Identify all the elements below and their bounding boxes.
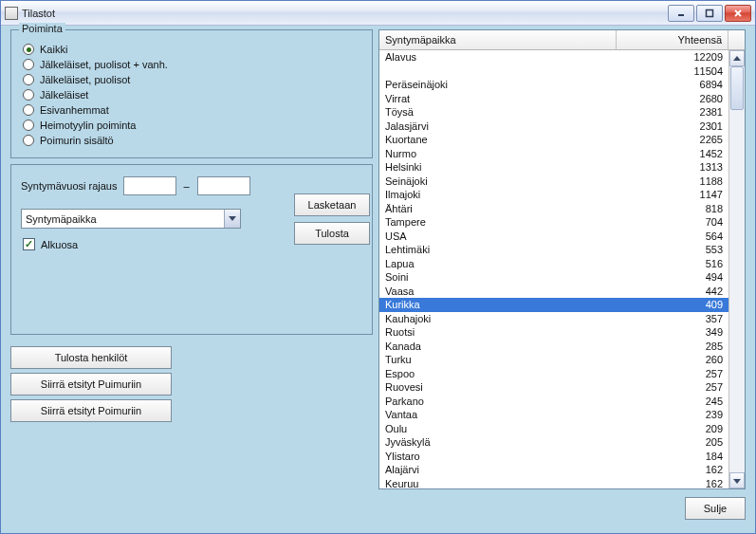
- table-row[interactable]: Vaasa442: [379, 285, 728, 299]
- row-place: Ylistaro: [385, 451, 617, 462]
- table-row[interactable]: Helsinki1313: [379, 160, 728, 175]
- year-from-input[interactable]: [123, 176, 176, 195]
- radio-icon: [23, 59, 34, 70]
- radio-option[interactable]: Poimurin sisältö: [23, 135, 362, 146]
- table-row[interactable]: Alajärvi162: [379, 463, 728, 477]
- left-column: Poiminta KaikkiJälkeläiset, puolisot + v…: [10, 29, 373, 422]
- radio-icon: [23, 120, 34, 131]
- row-place: Töysä: [385, 106, 617, 118]
- table-row[interactable]: Peräseinäjoki6894: [379, 78, 728, 92]
- row-place: Vantaa: [385, 409, 617, 420]
- print-persons-button[interactable]: Tulosta henkilöt: [10, 346, 172, 369]
- table-row[interactable]: 11504: [379, 64, 728, 79]
- table-row[interactable]: Tampere704: [379, 215, 728, 230]
- app-icon: [5, 7, 18, 20]
- table-row[interactable]: Alavus12209: [379, 50, 728, 64]
- row-place: Kanada: [385, 341, 617, 352]
- close-button[interactable]: [725, 5, 751, 22]
- scroll-up-icon[interactable]: [729, 50, 745, 66]
- row-total: 209: [617, 423, 723, 434]
- row-total: 239: [617, 409, 723, 420]
- row-total: 162: [617, 478, 723, 488]
- client-area: Poiminta KaikkiJälkeläiset, puolisot + v…: [1, 26, 755, 533]
- table-row[interactable]: Kurikka409: [379, 298, 728, 312]
- table-row[interactable]: Jalasjärvi2301: [379, 120, 728, 134]
- table-row[interactable]: Parkano245: [379, 395, 728, 409]
- column-dropdown[interactable]: Syntymäpaikka: [21, 209, 241, 229]
- radio-option[interactable]: Jälkeläiset, puolisot + vanh.: [23, 59, 362, 70]
- scroll-track[interactable]: [729, 66, 745, 472]
- table-row[interactable]: Ruovesi257: [379, 380, 728, 395]
- row-place: Lapua: [385, 258, 617, 269]
- table-row[interactable]: Ylistaro184: [379, 450, 728, 464]
- alkuosa-label: Alkuosa: [41, 239, 78, 250]
- table-row[interactable]: USA564: [379, 230, 728, 244]
- radio-icon: [23, 104, 34, 116]
- table-row[interactable]: Nurmo1452: [379, 147, 728, 161]
- move-puimuri-button[interactable]: Siirrä etsityt Puimuriin: [10, 373, 172, 396]
- results-list: Syntymäpaikka Yhteensä Alavus1220911504P…: [378, 29, 746, 489]
- move-poimuri-button[interactable]: Siirrä etsityt Poimuriin: [10, 399, 172, 422]
- table-row[interactable]: Seinäjoki1188: [379, 175, 728, 189]
- radio-option[interactable]: Heimotyylin poiminta: [23, 120, 362, 131]
- row-place: USA: [385, 230, 617, 242]
- radio-label: Poimurin sisältö: [40, 135, 114, 146]
- table-row[interactable]: Jyväskylä205: [379, 435, 728, 450]
- row-place: Soini: [385, 271, 617, 283]
- radio-option[interactable]: Esivanhemmat: [23, 104, 362, 116]
- row-place: Nurmo: [385, 148, 617, 159]
- table-row[interactable]: Virrat2680: [379, 92, 728, 106]
- table-row[interactable]: Oulu209: [379, 422, 728, 436]
- table-row[interactable]: Espoo257: [379, 367, 728, 381]
- table-row[interactable]: Lehtimäki553: [379, 243, 728, 257]
- table-row[interactable]: Vantaa239: [379, 408, 728, 422]
- row-place: Ruotsi: [385, 326, 617, 338]
- radio-option[interactable]: Jälkeläiset, puolisot: [23, 74, 362, 85]
- calculate-button[interactable]: Lasketaan: [294, 193, 370, 216]
- row-place: Virrat: [385, 93, 617, 104]
- table-row[interactable]: Kanada285: [379, 340, 728, 354]
- scroll-down-icon[interactable]: [729, 472, 745, 488]
- print-button[interactable]: Tulosta: [294, 222, 370, 245]
- radio-option[interactable]: Jälkeläiset: [23, 89, 362, 101]
- right-column: Syntymäpaikka Yhteensä Alavus1220911504P…: [378, 29, 746, 489]
- radio-label: Jälkeläiset: [40, 89, 88, 101]
- row-place: Oulu: [385, 423, 617, 434]
- row-place: Peräseinäjoki: [385, 79, 617, 90]
- table-row[interactable]: Turku260: [379, 353, 728, 367]
- radio-label: Jälkeläiset, puolisot + vanh.: [40, 59, 168, 70]
- table-row[interactable]: Soini494: [379, 270, 728, 285]
- col-header-total[interactable]: Yhteensä: [617, 30, 728, 49]
- svg-marker-5: [733, 56, 741, 61]
- row-total: 2680: [617, 93, 723, 104]
- table-row[interactable]: Kuortane2265: [379, 133, 728, 147]
- maximize-button[interactable]: [696, 5, 723, 22]
- col-header-place[interactable]: Syntymäpaikka: [379, 30, 617, 49]
- year-to-input[interactable]: [197, 176, 250, 195]
- close-dialog-button[interactable]: Sulje: [685, 497, 746, 520]
- table-row[interactable]: Kauhajoki357: [379, 312, 728, 326]
- vertical-scrollbar[interactable]: [728, 50, 745, 488]
- table-row[interactable]: Keuruu162: [379, 477, 728, 489]
- table-row[interactable]: Ilmajoki1147: [379, 188, 728, 202]
- row-place: Parkano: [385, 396, 617, 407]
- table-row[interactable]: Lapua516: [379, 257, 728, 271]
- row-place: Jalasjärvi: [385, 120, 617, 132]
- radio-icon: [23, 74, 34, 85]
- window-buttons: [668, 5, 751, 22]
- scroll-thumb[interactable]: [730, 66, 744, 110]
- radio-option[interactable]: Kaikki: [23, 44, 362, 55]
- row-place: Kauhajoki: [385, 313, 617, 324]
- table-row[interactable]: Töysä2381: [379, 105, 728, 120]
- row-total: 1452: [617, 148, 723, 159]
- table-row[interactable]: Ruotsi349: [379, 325, 728, 340]
- alkuosa-checkbox[interactable]: [23, 238, 35, 250]
- titlebar: Tilastot: [1, 1, 755, 26]
- minimize-button[interactable]: [668, 5, 694, 22]
- row-total: 494: [617, 271, 723, 283]
- row-total: 409: [617, 299, 723, 310]
- row-total: 357: [617, 313, 723, 324]
- chevron-down-icon: [224, 210, 240, 228]
- row-total: 11504: [617, 65, 723, 77]
- table-row[interactable]: Ähtäri818: [379, 202, 728, 216]
